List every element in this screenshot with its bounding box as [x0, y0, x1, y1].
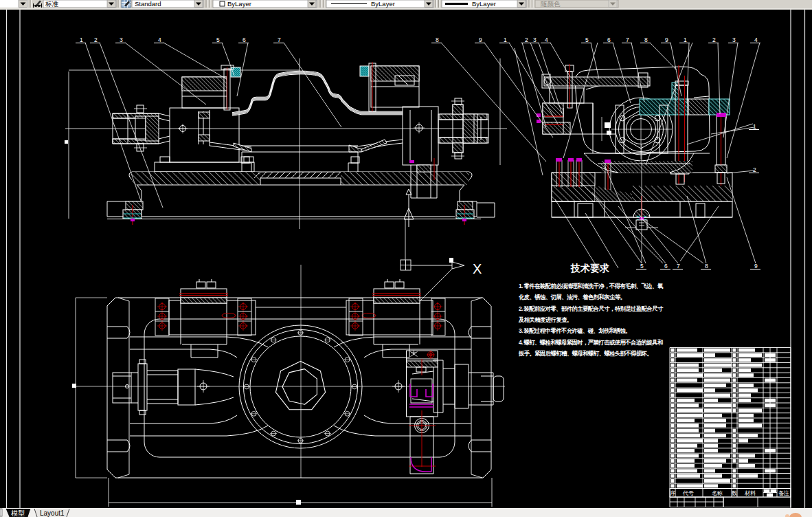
svg-text:1. 零件在装配前必须清理和清洗干净，不得有毛刺、飞边、氧: 1. 零件在装配前必须清理和清洗干净，不得有毛刺、飞边、氧	[519, 283, 664, 289]
svg-text:ByLayer: ByLayer	[227, 0, 251, 8]
svg-text:3. 装配过程中零件不允许磕、碰、划伤和锈蚀。: 3. 装配过程中零件不允许磕、碰、划伤和锈蚀。	[519, 327, 631, 334]
svg-text:2. 装配前应对零、部件的主要配合尺寸，特别是过盈配合尺寸: 2. 装配前应对零、部件的主要配合尺寸，特别是过盈配合尺寸	[519, 305, 664, 312]
svg-text:1: 1	[504, 36, 507, 43]
svg-text:数: 数	[732, 490, 737, 496]
svg-text:1: 1	[684, 36, 687, 43]
svg-text:7: 7	[677, 263, 680, 270]
svg-text:序: 序	[670, 490, 676, 496]
svg-text:3: 3	[120, 36, 123, 43]
svg-text:5: 5	[640, 263, 644, 270]
svg-text:扳手。紧固后螺钉槽、螺母和螺钉、螺栓头部不得损坏。: 扳手。紧固后螺钉槽、螺母和螺钉、螺栓头部不得损坏。	[518, 350, 652, 357]
svg-text:技术要求: 技术要求	[570, 263, 609, 274]
svg-text:6: 6	[664, 263, 668, 270]
svg-text:4: 4	[158, 36, 161, 43]
svg-text:模型: 模型	[11, 509, 25, 517]
svg-text:3: 3	[533, 36, 537, 43]
svg-text:4: 4	[545, 36, 548, 43]
svg-text:1: 1	[80, 36, 83, 43]
svg-text:备注: 备注	[778, 490, 789, 496]
svg-text:7: 7	[278, 36, 281, 43]
svg-text:材料: 材料	[744, 490, 756, 496]
svg-text:2: 2	[94, 36, 98, 43]
svg-text:X: X	[473, 261, 482, 276]
svg-text:9: 9	[479, 36, 482, 43]
svg-text:6: 6	[243, 36, 246, 43]
svg-text:5: 5	[585, 36, 589, 43]
svg-text:1: 1	[753, 123, 756, 130]
svg-text:名称: 名称	[712, 490, 723, 496]
svg-text:4. 螺钉、螺栓和螺母紧固时，严禁打击或使用不合适的旋具和: 4. 螺钉、螺栓和螺母紧固时，严禁打击或使用不合适的旋具和	[519, 339, 663, 346]
svg-text:6: 6	[607, 36, 611, 43]
svg-text:2: 2	[525, 36, 528, 43]
svg-text:8: 8	[436, 36, 439, 43]
svg-text:2: 2	[712, 36, 716, 43]
svg-text:2: 2	[753, 166, 756, 173]
svg-text:化皮、锈蚀、切屑、油污、着色剂和灰尘等。: 化皮、锈蚀、切屑、油污、着色剂和灰尘等。	[518, 294, 626, 300]
svg-text:ByLayer: ByLayer	[371, 0, 395, 8]
svg-text:8: 8	[644, 36, 648, 43]
svg-text:7: 7	[626, 36, 629, 43]
svg-text:9: 9	[665, 36, 668, 43]
svg-text:随颜色: 随颜色	[541, 0, 561, 8]
svg-text:4: 4	[754, 36, 758, 43]
svg-text:3: 3	[732, 36, 736, 43]
svg-text:标准: 标准	[45, 0, 59, 8]
svg-text:Layout1: Layout1	[40, 509, 65, 517]
svg-text:Standard: Standard	[135, 0, 161, 8]
svg-text:9: 9	[754, 263, 758, 270]
svg-text:ByLayer: ByLayer	[472, 0, 496, 8]
svg-text:及相关精度进行复查。: 及相关精度进行复查。	[518, 316, 572, 323]
svg-text:5: 5	[216, 36, 220, 43]
svg-text:代号: 代号	[682, 490, 694, 496]
svg-text:8: 8	[705, 263, 708, 270]
